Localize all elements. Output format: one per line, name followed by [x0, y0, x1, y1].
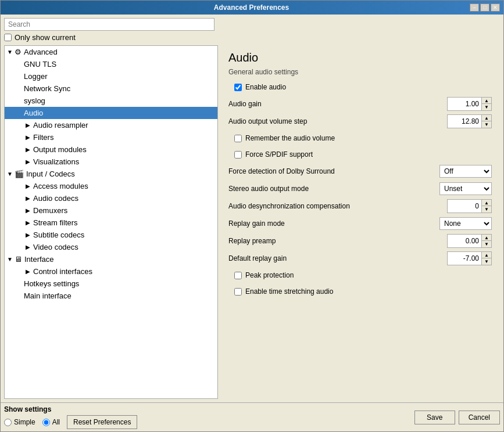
bottom-left: Show settings Simple All Reset Preferenc… [4, 405, 137, 429]
enable-audio-label: Enable audio [245, 83, 286, 91]
enable-audio-checkbox[interactable] [234, 84, 242, 91]
tree-item-input-codecs[interactable]: ▼🎬Input / Codecs [5, 168, 217, 180]
main-panels: ▼⚙AdvancedGNU TLSLoggerNetwork Syncsyslo… [4, 45, 500, 399]
only-show-row: Only show current [4, 33, 500, 42]
tree-arrow-subtitle-codecs: ▶ [26, 232, 31, 238]
remember-audio-checkbox[interactable] [234, 135, 242, 142]
tree-item-demuxers[interactable]: ▶Demuxers [5, 204, 217, 217]
tree-scroll[interactable]: ▼⚙AdvancedGNU TLSLoggerNetwork Syncsyslo… [5, 46, 217, 398]
replay-preamp-input[interactable]: 0.00 [448, 235, 481, 247]
tree-item-access-modules[interactable]: ▶Access modules [5, 180, 217, 192]
tree-item-audio[interactable]: Audio [5, 107, 217, 119]
section-label: General audio settings [228, 68, 492, 76]
default-replay-gain-spinbox: -7.00 ▲ ▼ [447, 251, 492, 265]
replay-preamp-up[interactable]: ▲ [482, 235, 491, 241]
only-show-current-label: Only show current [15, 33, 76, 42]
tree-icon-input-codecs: 🎬 [15, 170, 24, 178]
tree-label-logger: Logger [24, 72, 47, 81]
peak-protection-label: Peak protection [245, 271, 294, 279]
maximize-button[interactable]: □ [480, 3, 489, 12]
tree-item-subtitle-codecs[interactable]: ▶Subtitle codecs [5, 229, 217, 241]
simple-radio[interactable] [4, 419, 12, 426]
default-replay-gain-row: Default replay gain -7.00 ▲ ▼ [228, 251, 492, 265]
force-spdif-row: Force S/PDIF support [234, 148, 492, 161]
replay-gain-mode-label: Replay gain mode [228, 219, 439, 228]
tree-item-output-modules[interactable]: ▶Output modules [5, 143, 217, 156]
tree-label-video-codecs: Video codecs [33, 243, 78, 251]
tree-item-network-sync[interactable]: Network Sync [5, 82, 217, 95]
stereo-mode-label: Stereo audio output mode [228, 185, 439, 193]
tree-arrow-demuxers: ▶ [26, 207, 31, 214]
tree-label-gnu-tls: GNU TLS [24, 60, 56, 69]
tree-item-main-interface[interactable]: Main interface [5, 290, 217, 302]
dolby-surround-row: Force detection of Dolby Surround Off On… [228, 164, 492, 178]
force-spdif-checkbox[interactable] [234, 151, 242, 159]
audio-desync-input[interactable]: 0 [448, 200, 481, 213]
tree-item-control-interfaces[interactable]: ▶Control interfaces [5, 265, 217, 278]
stereo-mode-select[interactable]: Unset Stereo Mono Left Right [439, 182, 492, 195]
tree-label-subtitle-codecs: Subtitle codecs [33, 231, 84, 239]
tree-item-hotkeys-settings[interactable]: Hotkeys settings [5, 278, 217, 290]
dolby-surround-select[interactable]: Off On Auto [439, 165, 492, 178]
tree-arrow-advanced: ▼ [7, 49, 13, 55]
audio-volume-step-spinbox: 12.80 ▲ ▼ [447, 114, 492, 128]
tree-label-control-interfaces: Control interfaces [33, 267, 92, 276]
tree-item-gnu-tls[interactable]: GNU TLS [5, 58, 217, 70]
tree-label-demuxers: Demuxers [33, 206, 67, 215]
save-button[interactable]: Save [414, 411, 455, 424]
tree-arrow-access-modules: ▶ [26, 183, 31, 189]
tree-item-filters[interactable]: ▶Filters [5, 131, 217, 143]
tree-item-stream-filters[interactable]: ▶Stream filters [5, 217, 217, 229]
default-replay-gain-down[interactable]: ▼ [482, 258, 491, 265]
time-stretching-label: Enable time stretching audio [245, 287, 333, 296]
tree-item-audio-resampler[interactable]: ▶Audio resampler [5, 119, 217, 131]
tree-item-interface[interactable]: ▼🖥Interface [5, 253, 217, 265]
audio-desync-spinbox: 0 ▲ ▼ [447, 199, 492, 213]
replay-preamp-row: Replay preamp 0.00 ▲ ▼ [228, 234, 492, 248]
peak-protection-checkbox[interactable] [234, 272, 242, 279]
tree-item-video-codecs[interactable]: ▶Video codecs [5, 241, 217, 253]
close-button[interactable]: ✕ [491, 3, 500, 12]
audio-gain-up[interactable]: ▲ [482, 98, 491, 104]
audio-desync-down[interactable]: ▼ [482, 206, 491, 213]
tree-item-audio-codecs[interactable]: ▶Audio codecs [5, 192, 217, 204]
tree-arrow-visualizations: ▶ [26, 159, 31, 165]
cancel-button[interactable]: Cancel [459, 411, 500, 424]
audio-gain-spinbox: 1.00 ▲ ▼ [447, 97, 492, 111]
replay-preamp-down[interactable]: ▼ [482, 241, 491, 247]
default-replay-gain-up[interactable]: ▲ [482, 252, 491, 258]
tree-item-visualizations[interactable]: ▶Visualizations [5, 156, 217, 168]
time-stretching-row: Enable time stretching audio [234, 285, 492, 298]
replay-preamp-buttons: ▲ ▼ [481, 235, 491, 247]
tree-label-visualizations: Visualizations [33, 157, 79, 166]
tree-item-logger[interactable]: Logger [5, 70, 217, 82]
tree-arrow-audio-resampler: ▶ [26, 122, 31, 128]
default-replay-gain-label: Default replay gain [228, 254, 447, 262]
tree-label-audio: Audio [24, 109, 43, 117]
tree-label-audio-resampler: Audio resampler [33, 121, 88, 129]
tree-icon-advanced: ⚙ [15, 48, 22, 56]
tree-arrow-stream-filters: ▶ [26, 219, 31, 226]
audio-volume-step-up[interactable]: ▲ [482, 115, 491, 121]
main-window: Advanced Preferences – □ ✕ Only show cur… [0, 0, 504, 432]
audio-volume-step-input[interactable]: 12.80 [448, 115, 481, 128]
tree-label-network-sync: Network Sync [24, 84, 70, 93]
audio-gain-down[interactable]: ▼ [482, 104, 491, 110]
audio-volume-step-row: Audio output volume step 12.80 ▲ ▼ [228, 114, 492, 128]
audio-volume-step-down[interactable]: ▼ [482, 121, 491, 128]
tree-arrow-interface: ▼ [7, 256, 13, 262]
minimize-button[interactable]: – [470, 3, 479, 12]
replay-gain-mode-select[interactable]: None Track Album [439, 217, 492, 230]
panel-title: Audio [228, 51, 492, 64]
audio-gain-input[interactable]: 1.00 [448, 98, 481, 110]
tree-item-advanced[interactable]: ▼⚙Advanced [5, 46, 217, 58]
only-show-current-checkbox[interactable] [4, 34, 12, 41]
default-replay-gain-input[interactable]: -7.00 [448, 252, 481, 265]
tree-item-syslog[interactable]: syslog [5, 95, 217, 107]
time-stretching-checkbox[interactable] [234, 288, 242, 296]
tree-label-hotkeys-settings: Hotkeys settings [24, 279, 79, 288]
reset-preferences-button[interactable]: Reset Preferences [67, 415, 137, 429]
audio-desync-up[interactable]: ▲ [482, 200, 491, 206]
all-radio[interactable] [42, 419, 50, 426]
search-input[interactable] [4, 18, 215, 31]
